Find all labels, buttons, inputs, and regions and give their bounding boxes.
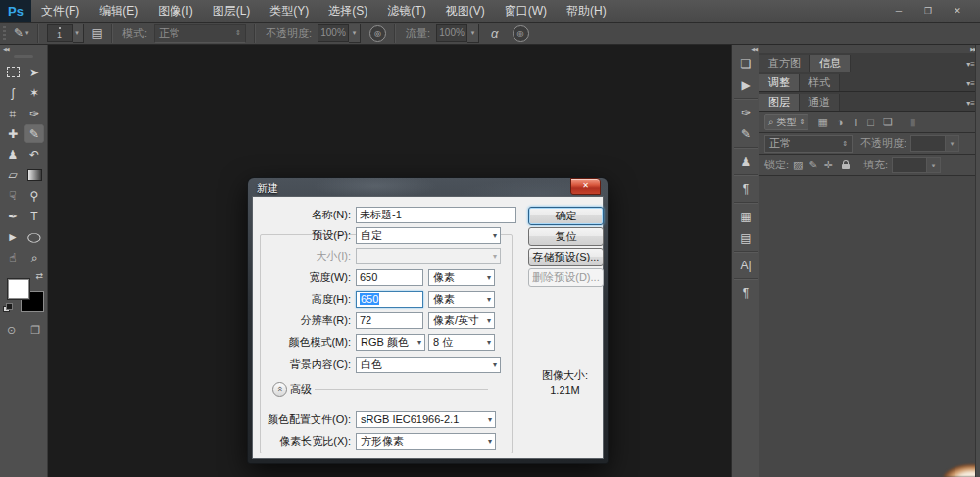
delete-preset-button[interactable]: 删除预设(D)... — [528, 268, 604, 287]
character-panel-icon[interactable]: A| — [732, 255, 760, 276]
restore-button[interactable]: ❐ — [913, 4, 943, 19]
filter-type-layers-icon[interactable]: T — [853, 117, 859, 128]
filter-shape-layers-icon[interactable]: □ — [867, 117, 874, 128]
menu-help[interactable]: 帮助(H) — [557, 0, 616, 22]
tab-styles[interactable]: 样式 — [800, 74, 840, 91]
reset-button[interactable]: 复位 — [528, 227, 604, 246]
opacity-dropdown-icon[interactable]: ▾ — [349, 24, 361, 43]
advanced-collapse-button[interactable]: « — [272, 382, 287, 397]
notes-panel-icon[interactable]: ▤ — [732, 227, 760, 249]
tab-layers[interactable]: 图层 — [760, 94, 800, 111]
menu-image[interactable]: 图像(I) — [148, 0, 202, 22]
brush-size-dropdown-icon[interactable]: ▾ — [73, 24, 84, 43]
brush-tool[interactable]: ✎ — [24, 124, 44, 143]
menu-layer[interactable]: 图层(L) — [203, 0, 261, 22]
lasso-tool[interactable]: ʃ — [3, 83, 23, 102]
type-tool[interactable]: T — [24, 207, 44, 225]
layer-blend-mode-select[interactable]: 正常 ⇕ — [764, 135, 853, 153]
crop-tool[interactable]: ⌗ — [3, 104, 23, 122]
lock-paint-icon[interactable]: ✎ — [808, 159, 817, 171]
dock-collapse-icon[interactable]: ▶▶ — [760, 45, 980, 53]
resolution-input[interactable]: 72 — [356, 312, 423, 329]
airbrush-icon[interactable]: α — [491, 26, 498, 41]
strip-collapse-icon[interactable]: ◀◀ — [732, 45, 760, 53]
flow-dropdown-icon[interactable]: ▾ — [467, 24, 479, 43]
height-input[interactable]: 650 — [356, 291, 423, 308]
filter-toggle-icon[interactable]: ▮ — [910, 116, 916, 128]
layer-comps-panel-icon[interactable]: ▦ — [732, 206, 760, 227]
healing-brush-tool[interactable]: ✚ — [3, 124, 23, 143]
dodge-tool[interactable]: ⚲ — [24, 186, 44, 205]
pen-tool[interactable]: ✒ — [3, 207, 23, 225]
default-colors-icon[interactable] — [3, 303, 12, 310]
clone-source-panel-icon[interactable]: ♟ — [732, 151, 760, 172]
layer-fill-value[interactable] — [892, 157, 927, 173]
layer-filter-type-select[interactable]: ⌕ 类型 ⇕ — [764, 114, 808, 130]
dialog-close-button[interactable]: ✕ — [570, 178, 601, 195]
height-unit-select[interactable]: 像素 — [428, 291, 495, 308]
menu-filter[interactable]: 滤镜(T) — [377, 0, 435, 22]
menu-window[interactable]: 窗口(W) — [495, 0, 557, 22]
bit-depth-select[interactable]: 8 位 — [428, 334, 495, 351]
layer-fill-dropdown-icon[interactable]: ▾ — [927, 157, 941, 173]
pixel-aspect-select[interactable]: 方形像素 — [356, 433, 496, 450]
layer-opacity-value[interactable] — [910, 135, 946, 152]
tab-info[interactable]: 信息 — [810, 55, 851, 72]
background-select[interactable]: 白色 — [356, 357, 501, 373]
flow-value[interactable]: 100% — [436, 24, 467, 42]
save-preset-button[interactable]: 存储预设(S)... — [528, 248, 604, 266]
hand-tool[interactable]: ☝ — [3, 248, 23, 266]
options-grip[interactable] — [3, 26, 6, 41]
preset-select[interactable]: 自定 — [356, 227, 501, 244]
pen-pressure-size-icon[interactable]: ◎ — [513, 25, 529, 42]
close-window-button[interactable]: ✕ — [943, 4, 972, 19]
name-input[interactable]: 未标题-1 — [356, 207, 516, 223]
eyedropper-tool[interactable]: ✑ — [24, 104, 44, 122]
magic-wand-tool[interactable]: ✶ — [24, 83, 44, 102]
width-input[interactable]: 650 — [356, 269, 423, 286]
smudge-tool[interactable]: ☟ — [3, 186, 23, 205]
layer-opacity-dropdown-icon[interactable]: ▾ — [946, 135, 959, 152]
blend-mode-select[interactable]: 正常 ⇕ — [154, 24, 246, 43]
lock-position-icon[interactable]: ✛ — [824, 159, 833, 171]
colormode-select[interactable]: RGB 颜色 — [356, 334, 425, 351]
screen-mode-icon[interactable]: ❐ — [30, 324, 40, 337]
minimize-button[interactable]: ─ — [884, 4, 913, 19]
tab-histogram[interactable]: 直方图 — [760, 55, 810, 72]
rect-marquee-tool[interactable] — [3, 63, 23, 81]
gradient-tool[interactable] — [24, 166, 44, 184]
toolbar-grip[interactable] — [14, 55, 33, 58]
resolution-unit-select[interactable]: 像素/英寸 — [428, 312, 495, 329]
clone-stamp-tool[interactable]: ♟ — [3, 145, 23, 164]
foreground-color-swatch[interactable] — [7, 278, 30, 300]
color-profile-select[interactable]: sRGB IEC61966-2.1 — [356, 411, 496, 428]
move-tool[interactable]: ➤ — [24, 63, 44, 81]
ok-button[interactable]: 确定 — [528, 207, 604, 225]
opacity-value[interactable]: 100% — [318, 24, 349, 42]
filter-smart-objects-icon[interactable]: ❏ — [883, 116, 893, 128]
zoom-tool[interactable]: ⌕ — [24, 248, 44, 266]
tool-preset-icon[interactable]: ✎ — [14, 26, 24, 40]
width-unit-select[interactable]: 像素 — [428, 269, 495, 286]
filter-adjustment-layers-icon[interactable]: ◑ — [837, 117, 844, 128]
brush-presets-panel-icon[interactable]: ✑ — [732, 102, 760, 123]
tab-channels[interactable]: 通道 — [800, 94, 840, 111]
menu-file[interactable]: 文件(F) — [31, 0, 89, 22]
swap-colors-icon[interactable]: ⇄ — [35, 271, 43, 281]
brush-size-box[interactable]: 1 — [47, 24, 73, 42]
tool-presets-panel-icon[interactable]: ✎ — [732, 123, 760, 145]
lock-all-icon[interactable] — [842, 164, 850, 169]
quick-mask-icon[interactable]: ⊙ — [7, 324, 16, 337]
menu-edit[interactable]: 编辑(E) — [89, 0, 148, 22]
path-select-tool[interactable]: ► — [3, 227, 23, 246]
size-select[interactable] — [356, 248, 501, 264]
paragraph-panel-icon[interactable]: ¶ — [732, 282, 760, 304]
eraser-tool[interactable]: ▱ — [3, 166, 23, 184]
tab-adjustments[interactable]: 调整 — [760, 74, 800, 91]
actions-panel-icon[interactable]: ▶ — [732, 74, 760, 96]
brush-panel-toggle-icon[interactable]: ▤ — [92, 26, 103, 40]
toolbar-collapse-icon[interactable]: ◀◀ — [0, 45, 47, 53]
ellipse-tool[interactable]: ◯ — [24, 227, 44, 246]
history-brush-tool[interactable]: ↶ — [24, 145, 44, 164]
menu-view[interactable]: 视图(V) — [436, 0, 495, 22]
